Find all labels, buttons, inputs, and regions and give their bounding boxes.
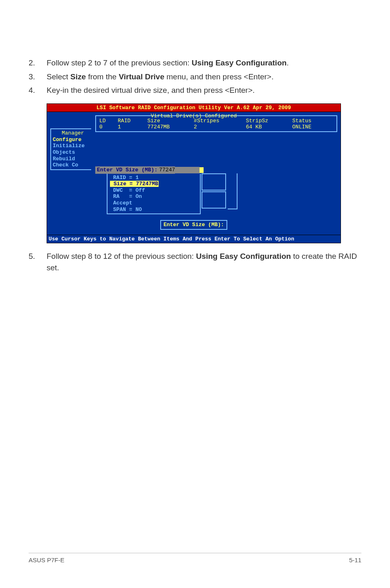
text-cursor-icon	[199, 167, 204, 173]
vd-params-box: RAID = 1 Size = 77247MB DWC = Off RA = O…	[107, 174, 201, 215]
right-panels	[202, 173, 226, 209]
vd-size-prompt: Enter VD Size (MB):	[95, 166, 159, 174]
step-number: 3.	[29, 71, 47, 83]
help-text-box: Enter VD Size (MB):	[160, 220, 227, 230]
vd-size-value[interactable]: 77247	[159, 166, 175, 174]
cell-stripes: 2	[194, 124, 246, 130]
page-footer: ASUS P7F-E 5-11	[29, 553, 361, 563]
instruction-list-cont: 5. Follow step 8 to 12 of the previous s…	[29, 251, 361, 273]
bios-footer-hint: Use Cursor Keys to Navigate Between Item…	[47, 235, 341, 244]
step-text: Select Size from the Virtual Drive menu,…	[47, 71, 361, 83]
panel-box	[202, 191, 226, 209]
bios-window: LSI Software RAID Configuration Utility …	[47, 103, 341, 244]
panel-box	[202, 173, 226, 191]
step-number: 4.	[29, 85, 47, 96]
input-field-bg[interactable]	[175, 167, 199, 173]
param-accept[interactable]: Accept	[110, 200, 197, 206]
param-span[interactable]: SPAN = NO	[110, 206, 197, 213]
menu-item-objects[interactable]: Objects	[53, 149, 90, 156]
menu-item-rebuild[interactable]: Rebuild	[53, 156, 90, 162]
step-4: 4. Key-in the desired virtual drive size…	[29, 85, 361, 96]
param-size[interactable]: Size = 77247MB	[110, 181, 197, 187]
vdc-data-row: 0 1 77247MB 2 64 KB ONLINE	[99, 124, 333, 130]
footer-product: ASUS P7F-E	[29, 557, 65, 563]
menu-item-configure[interactable]: Configure	[53, 137, 90, 143]
col-ld: LD	[99, 118, 118, 124]
menu-header: Manager	[62, 130, 90, 137]
instruction-list: 2. Follow step 2 to 7 of the previous se…	[29, 57, 361, 96]
vdc-header-row: LD RAID Size #Stripes StripSz Status	[99, 118, 333, 124]
param-dwc[interactable]: DWC = Off	[110, 187, 197, 194]
bios-main-area: Virtual Drive(s) Configured LD RAID Size…	[47, 112, 341, 235]
vdc-table-box: LD RAID Size #Stripes StripSz Status 0 1…	[95, 115, 337, 132]
menu-item-initialize[interactable]: Initialize	[53, 143, 90, 149]
col-status: Status	[292, 118, 333, 124]
footer-page-number: 5-11	[349, 557, 361, 563]
step-number: 5.	[29, 251, 47, 262]
bios-title-bar: LSI Software RAID Configuration Utility …	[47, 103, 341, 112]
step-5: 5. Follow step 8 to 12 of the previous s…	[29, 251, 361, 273]
cell-raid: 1	[118, 124, 147, 130]
step-text: Key-in the desired virtual drive size, a…	[47, 85, 361, 96]
cell-ld: 0	[99, 124, 118, 130]
param-ra[interactable]: RA = On	[110, 193, 197, 200]
step-3: 3. Select Size from the Virtual Drive me…	[29, 71, 361, 83]
panel-side	[228, 173, 238, 209]
param-raid[interactable]: RAID = 1	[110, 175, 197, 181]
management-menu: Manager Configure Initialize Objects Reb…	[50, 128, 91, 170]
step-number: 2.	[29, 57, 47, 69]
col-stripsz: StripSz	[246, 118, 292, 124]
step-2: 2. Follow step 2 to 7 of the previous se…	[29, 57, 361, 69]
menu-item-check[interactable]: Check Co	[53, 162, 90, 168]
cell-stripsz: 64 KB	[246, 124, 292, 130]
bios-screenshot: LSI Software RAID Configuration Utility …	[47, 103, 361, 244]
step-text: Follow step 2 to 7 of the previous secti…	[47, 57, 361, 69]
vd-size-input-row: Enter VD Size (MB): 77247	[95, 166, 338, 174]
vdc-table: LD RAID Size #Stripes StripSz Status 0 1…	[99, 118, 333, 130]
manual-page: 2. Follow step 2 to 7 of the previous se…	[0, 0, 390, 588]
cell-status: ONLINE	[292, 124, 333, 130]
col-raid: RAID	[118, 118, 147, 124]
cell-size: 77247MB	[148, 124, 194, 130]
step-text: Follow step 8 to 12 of the previous sect…	[47, 251, 361, 273]
